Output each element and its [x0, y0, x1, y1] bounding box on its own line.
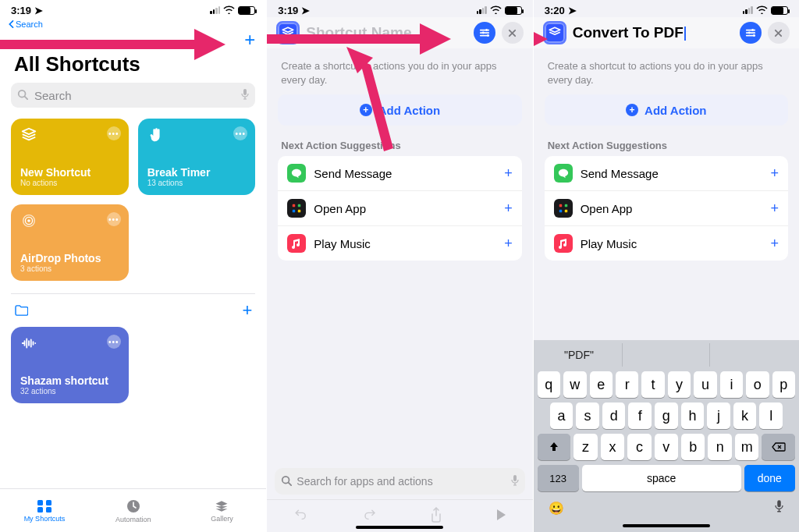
undo-button[interactable]: [293, 508, 309, 525]
add-to-folder-button[interactable]: +: [242, 300, 252, 321]
tile-subtitle: 13 actions: [147, 179, 247, 187]
add-icon[interactable]: +: [770, 236, 779, 252]
add-action-button[interactable]: + Add Action: [545, 94, 788, 126]
svg-rect-19: [298, 210, 301, 213]
shortcut-name-input[interactable]: Convert To PDF: [573, 24, 733, 41]
shortcut-tile[interactable]: ••• Break Timer 13 actions: [138, 119, 256, 195]
svg-point-25: [753, 34, 755, 37]
redo-button[interactable]: [362, 508, 378, 525]
shortcut-tile[interactable]: ••• AirDrop Photos 3 actions: [11, 204, 129, 281]
tab-my-shortcuts[interactable]: My Shortcuts: [0, 489, 89, 532]
key-e[interactable]: e: [590, 371, 613, 398]
key-s[interactable]: s: [576, 403, 599, 429]
svg-rect-9: [46, 507, 51, 512]
plus-circle-icon: +: [626, 104, 638, 116]
emoji-button[interactable]: 😀: [549, 501, 564, 516]
shortcut-icon[interactable]: [543, 21, 566, 44]
key-done[interactable]: done: [744, 465, 795, 491]
kbd-footer: 😀: [536, 496, 797, 516]
location-icon: ➤: [301, 5, 310, 16]
add-icon[interactable]: +: [504, 236, 513, 252]
home-indicator: [356, 526, 443, 529]
status-time: 3:19: [278, 5, 298, 16]
suggestions-label: Next Action Suggestions: [267, 140, 532, 156]
key-shift[interactable]: [538, 434, 571, 460]
dictate-button[interactable]: [774, 499, 784, 516]
settings-button[interactable]: [740, 22, 762, 44]
key-f[interactable]: f: [628, 403, 652, 429]
search-input[interactable]: Search: [11, 83, 255, 108]
key-v[interactable]: v: [655, 434, 678, 460]
add-icon[interactable]: +: [504, 165, 513, 182]
add-action-button[interactable]: + Add Action: [278, 94, 521, 126]
add-shortcut-button[interactable]: +: [244, 30, 255, 49]
add-icon[interactable]: +: [770, 200, 779, 217]
key-x[interactable]: x: [601, 434, 624, 460]
key-a[interactable]: a: [550, 403, 574, 429]
apps-grid-icon: [554, 199, 573, 218]
suggestion-send-message[interactable]: Send Message +: [278, 156, 521, 190]
action-search-input[interactable]: Search for apps and actions: [275, 468, 524, 495]
svg-rect-28: [559, 210, 562, 213]
key-j[interactable]: j: [707, 403, 730, 429]
share-button[interactable]: [430, 507, 442, 526]
shortcut-tile[interactable]: ••• New Shortcut No actions: [11, 119, 129, 195]
key-h[interactable]: h: [681, 403, 705, 429]
key-z[interactable]: z: [574, 434, 597, 460]
wifi-icon: [490, 5, 502, 16]
tile-more-icon[interactable]: •••: [107, 335, 121, 349]
key-n[interactable]: n: [708, 434, 731, 460]
key-k[interactable]: k: [733, 403, 757, 429]
dictate-icon[interactable]: [241, 88, 249, 103]
tile-subtitle: 3 actions: [20, 264, 119, 273]
key-w[interactable]: w: [563, 371, 586, 398]
key-t[interactable]: t: [641, 371, 664, 398]
tab-gallery[interactable]: Gallery: [178, 489, 267, 532]
key-i[interactable]: i: [720, 371, 743, 398]
svg-rect-8: [37, 507, 43, 512]
add-icon[interactable]: +: [770, 165, 779, 182]
add-icon[interactable]: +: [504, 200, 513, 217]
folder-icon[interactable]: [14, 305, 28, 316]
settings-button[interactable]: [474, 22, 495, 44]
key-p[interactable]: p: [772, 371, 795, 398]
key-q[interactable]: q: [538, 371, 560, 398]
key-y[interactable]: y: [668, 371, 691, 398]
key-d[interactable]: d: [602, 403, 626, 429]
key-c[interactable]: c: [627, 434, 651, 460]
shortcut-icon[interactable]: [276, 21, 300, 44]
close-button[interactable]: [768, 22, 790, 44]
dictate-icon[interactable]: [511, 474, 519, 489]
status-time: 3:19: [11, 5, 31, 16]
shortcut-tile[interactable]: ••• Shazam shortcut 32 actions: [11, 327, 129, 403]
key-r[interactable]: r: [616, 371, 638, 398]
svg-rect-18: [293, 210, 296, 213]
close-button[interactable]: [502, 22, 524, 44]
suggestion-play-music[interactable]: Play Music +: [545, 225, 788, 261]
kbd-suggestion[interactable]: "PDF": [536, 343, 623, 367]
tile-more-icon[interactable]: •••: [107, 126, 121, 140]
tile-name: Break Timer: [147, 166, 247, 179]
suggestion-open-app[interactable]: Open App +: [545, 190, 788, 225]
suggestion-send-message[interactable]: Send Message +: [545, 156, 788, 190]
messages-icon: [554, 164, 573, 183]
key-o[interactable]: o: [746, 371, 769, 398]
key-l[interactable]: l: [759, 403, 783, 429]
shortcut-name-input[interactable]: Shortcut Name: [306, 24, 467, 41]
back-link[interactable]: Search: [0, 17, 266, 29]
wifi-icon: [756, 5, 768, 16]
run-button[interactable]: [495, 509, 506, 524]
tab-automation[interactable]: Automation: [89, 489, 178, 532]
suggestion-open-app[interactable]: Open App +: [278, 190, 521, 225]
key-b[interactable]: b: [681, 434, 705, 460]
key-m[interactable]: m: [735, 434, 758, 460]
key-123[interactable]: 123: [538, 465, 579, 491]
key-u[interactable]: u: [694, 371, 716, 398]
key-backspace[interactable]: [762, 434, 795, 460]
tile-more-icon[interactable]: •••: [107, 212, 121, 226]
suggestion-play-music[interactable]: Play Music +: [278, 225, 521, 261]
tile-more-icon[interactable]: •••: [233, 126, 247, 140]
sliders-icon: [745, 27, 756, 38]
key-space[interactable]: space: [582, 465, 741, 491]
key-g[interactable]: g: [655, 403, 678, 429]
